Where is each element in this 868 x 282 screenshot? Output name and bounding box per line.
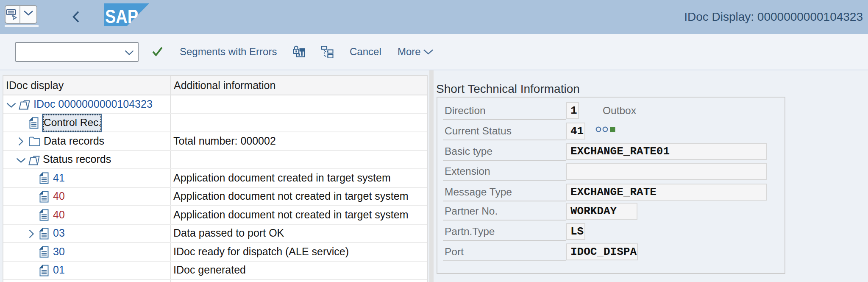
- svg-text:SAP: SAP: [105, 6, 138, 26]
